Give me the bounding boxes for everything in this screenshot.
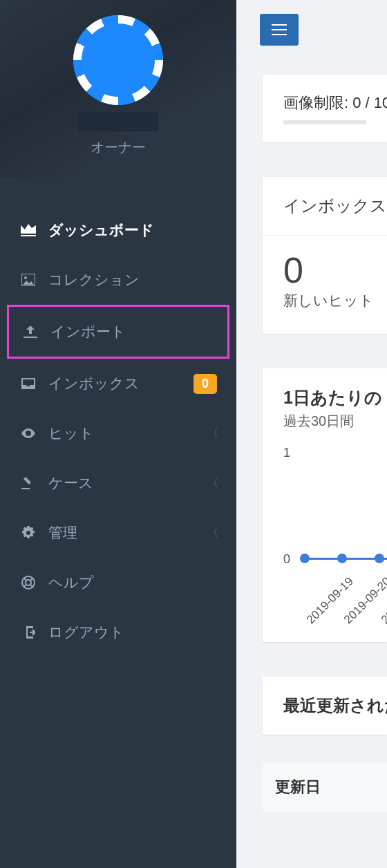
sidebar-item-label: 管理 xyxy=(48,523,77,542)
sidebar-item-label: ヒット xyxy=(48,424,94,443)
chevron-left-icon: 〈 xyxy=(207,476,218,491)
recent-card: 最近更新された xyxy=(263,677,387,735)
hamburger-button[interactable] xyxy=(260,14,299,46)
logout-icon xyxy=(19,626,37,639)
image-limit-text: 画像制限: 0 / 100 xyxy=(283,93,366,113)
main-content: 画像制限: 0 / 100 インボックス 0 新しいヒット 1日あたりの 過去3… xyxy=(236,0,387,868)
life-ring-icon xyxy=(19,576,37,589)
chart-area-icon xyxy=(19,224,37,236)
chart-card: 1日あたりの 過去30日間 1 0 2019-09-19 2019-09-20 … xyxy=(263,368,387,642)
chevron-left-icon: 〈 xyxy=(207,526,218,540)
menu-icon xyxy=(272,24,287,35)
recent-title: 最近更新された xyxy=(283,695,366,717)
sidebar-item-dashboard[interactable]: ダッシュボード xyxy=(0,205,236,255)
chart-point xyxy=(337,554,347,563)
sidebar-item-label: インボックス xyxy=(48,374,140,393)
sidebar-item-hits[interactable]: ヒット 〈 xyxy=(0,408,236,458)
inbox-badge: 0 xyxy=(194,374,217,394)
sidebar-item-label: ケース xyxy=(48,473,93,493)
svg-point-1 xyxy=(24,276,27,279)
image-icon xyxy=(19,274,37,286)
sidebar-item-label: インポート xyxy=(50,322,126,341)
svg-point-3 xyxy=(26,580,31,585)
stat-card: 0 新しいヒット xyxy=(263,235,387,334)
upload-icon xyxy=(21,326,39,338)
table-header-row: 更新日 xyxy=(263,761,387,813)
username-redacted xyxy=(78,112,158,131)
sidebar-item-label: ヘルプ xyxy=(48,573,94,592)
image-limit-card: 画像制限: 0 / 100 xyxy=(263,75,387,142)
image-limit-bar xyxy=(283,120,366,124)
profile-block: オーナー xyxy=(0,0,236,178)
sidebar-item-import[interactable]: インポート xyxy=(7,305,229,359)
chart-title: 1日あたりの xyxy=(283,386,366,409)
avatar xyxy=(73,15,163,105)
sidebar-item-label: コレクション xyxy=(48,270,140,290)
sidebar-item-label: ログアウト xyxy=(48,623,124,642)
chart-subtitle: 過去30日間 xyxy=(283,412,366,431)
chart-plot: 1 0 2019-09-19 2019-09-20 2019-09-21 xyxy=(283,449,366,614)
user-role: オーナー xyxy=(0,138,236,157)
stat-value: 0 xyxy=(283,249,366,291)
y-tick: 1 xyxy=(283,446,290,460)
sidebar-nav: ダッシュボード コレクション インポート インボックス 0 ヒット xyxy=(0,178,236,657)
gear-icon xyxy=(19,526,37,540)
table-col-updated: 更新日 xyxy=(275,777,366,798)
inbox-card-title: インボックス xyxy=(283,195,366,217)
inbox-header-card: インボックス xyxy=(263,177,387,235)
sidebar: オーナー ダッシュボード コレクション インポート インボックス xyxy=(0,0,236,868)
sidebar-item-admin[interactable]: 管理 〈 xyxy=(0,508,236,558)
inbox-icon xyxy=(19,378,37,389)
eye-icon xyxy=(19,428,37,438)
chart-point xyxy=(300,554,310,563)
y-tick: 0 xyxy=(283,552,290,567)
sidebar-item-label: ダッシュボード xyxy=(48,220,154,240)
sidebar-item-inbox[interactable]: インボックス 0 xyxy=(0,359,236,408)
chevron-left-icon: 〈 xyxy=(207,426,218,441)
sidebar-item-cases[interactable]: ケース 〈 xyxy=(0,458,236,508)
gavel-icon xyxy=(19,477,37,489)
stat-label: 新しいヒット xyxy=(283,291,366,310)
sidebar-item-help[interactable]: ヘルプ xyxy=(0,558,236,607)
sidebar-item-collection[interactable]: コレクション xyxy=(0,255,236,305)
chart-point xyxy=(375,554,384,563)
sidebar-item-logout[interactable]: ログアウト xyxy=(0,607,236,657)
